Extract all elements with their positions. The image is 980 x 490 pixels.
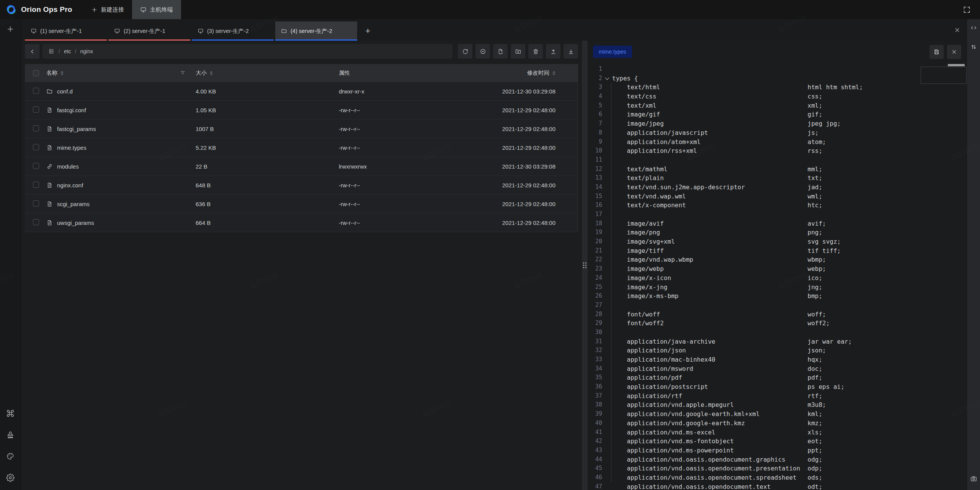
file-row[interactable]: uwsgi_params 664 B -rw-r--r-- 2021-12-29… <box>25 213 578 232</box>
code-line[interactable]: 23 image/webp webp; <box>588 264 967 274</box>
code-line[interactable]: 7 image/jpeg jpeg jpg; <box>588 119 967 128</box>
code-line[interactable]: 3 text/html html htm shtml; <box>588 83 967 92</box>
editor-file-tab[interactable]: mime.types <box>593 46 632 58</box>
code-line[interactable]: 44 application/vnd.oasis.opendocument.gr… <box>588 455 967 464</box>
code-line[interactable]: 25 image/x-jng jng; <box>588 283 967 292</box>
code-line[interactable]: 8 application/javascript js; <box>588 128 967 138</box>
column-header-mtime[interactable]: 修改时间 <box>527 69 549 77</box>
new-folder-button[interactable] <box>511 44 525 59</box>
code-line[interactable]: 47 application/vnd.oasis.opendocument.te… <box>588 482 967 490</box>
code-line[interactable]: 28 font/woff woff; <box>588 310 967 319</box>
code-line[interactable]: 16 text/x-component htc; <box>588 201 967 210</box>
path-breadcrumb[interactable]: /etc/nginx <box>42 44 452 59</box>
file-row[interactable]: mime.types 5.22 KB -rw-r--r-- 2021-12-29… <box>25 138 578 157</box>
file-row[interactable]: scgi_params 636 B -rw-r--r-- 2021-12-29 … <box>25 195 578 213</box>
code-line[interactable]: 46 application/vnd.oasis.opendocument.sp… <box>588 473 967 482</box>
code-line[interactable]: 43 application/vnd.ms-powerpoint ppt; <box>588 446 967 455</box>
code-line[interactable]: 30 <box>588 328 967 337</box>
upload-button[interactable] <box>546 44 560 59</box>
code-line[interactable]: 39 application/vnd.google-earth.kml+xml … <box>588 410 967 419</box>
row-checkbox[interactable] <box>33 200 39 206</box>
code-line[interactable]: 24 image/x-icon ico; <box>588 274 967 283</box>
code-line[interactable]: 2types { <box>588 74 967 83</box>
code-line[interactable]: 18 image/avif avif; <box>588 219 967 228</box>
code-line[interactable]: 27 <box>588 301 967 310</box>
code-line[interactable]: 26 image/x-ms-bmp bmp; <box>588 292 967 301</box>
file-row[interactable]: fastcgi.conf 1.05 KB -rw-r--r-- 2021-12-… <box>25 101 578 120</box>
code-line[interactable]: 35 application/pdf pdf; <box>588 373 967 382</box>
sort-mtime-toggle[interactable] <box>552 71 555 75</box>
close-button[interactable] <box>947 45 961 59</box>
code-line[interactable]: 41 application/vnd.ms-excel xls; <box>588 428 967 437</box>
code-line[interactable]: 19 image/png png; <box>588 228 967 237</box>
session-tab[interactable]: (4) server-生产-2 <box>275 21 357 41</box>
plus-icon[interactable] <box>6 25 15 33</box>
row-checkbox[interactable] <box>33 163 39 169</box>
code-editor[interactable]: 12types {3 text/html html htm shtml;4 te… <box>588 63 967 490</box>
code-line[interactable]: 4 text/css css; <box>588 92 967 101</box>
code-line[interactable]: 32 application/json json; <box>588 346 967 355</box>
swap-icon[interactable] <box>970 43 977 51</box>
code-line[interactable]: 45 application/vnd.oasis.opendocument.pr… <box>588 464 967 473</box>
code-line[interactable]: 29 font/woff2 woff2; <box>588 319 967 328</box>
code-line[interactable]: 11 <box>588 156 967 165</box>
brand[interactable]: Orion Ops Pro <box>0 4 72 15</box>
sort-size-toggle[interactable] <box>210 71 213 75</box>
menu-item[interactable]: 新建连接 <box>83 0 132 19</box>
preview-button[interactable] <box>475 44 490 59</box>
menu-item[interactable]: 主机终端 <box>132 0 181 19</box>
code-line[interactable]: 22 image/vnd.wap.wbmp wbmp; <box>588 255 967 264</box>
file-row[interactable]: conf.d 4.00 KB drwxr-xr-x 2021-12-30 03:… <box>25 82 578 101</box>
add-tab-button[interactable]: + <box>359 21 377 41</box>
save-button[interactable] <box>929 45 944 59</box>
palette-icon[interactable] <box>6 452 15 461</box>
code-line[interactable]: 5 text/xml xml; <box>588 101 967 110</box>
code-line[interactable]: 33 application/mac-binhex40 hqx; <box>588 355 967 364</box>
code-line[interactable]: 13 text/plain txt; <box>588 174 967 183</box>
row-checkbox[interactable] <box>33 107 39 113</box>
code-line[interactable]: 34 application/msword doc; <box>588 364 967 374</box>
row-checkbox[interactable] <box>33 144 39 150</box>
download-button[interactable] <box>564 44 578 59</box>
file-row[interactable]: modules 22 B lrwxrwxrwx 2021-12-30 03:29… <box>25 157 578 176</box>
row-checkbox[interactable] <box>33 219 39 225</box>
back-button[interactable] <box>25 44 39 59</box>
code-line[interactable]: 37 application/rtf rtf; <box>588 392 967 401</box>
column-header-size[interactable]: 大小 <box>196 69 207 77</box>
code-line[interactable]: 14 text/vnd.sun.j2me.app-descriptor jad; <box>588 183 967 192</box>
session-tab[interactable]: (1) server-生产-1 <box>25 21 107 41</box>
code-line[interactable]: 20 image/svg+xml svg svgz; <box>588 237 967 246</box>
file-row[interactable]: nginx.conf 648 B -rw-r--r-- 2021-12-29 0… <box>25 176 578 195</box>
fullscreen-icon[interactable] <box>963 6 971 14</box>
refresh-button[interactable] <box>458 44 472 59</box>
row-checkbox[interactable] <box>33 125 39 131</box>
row-checkbox[interactable] <box>33 182 39 188</box>
row-checkbox[interactable] <box>33 88 39 94</box>
filter-icon[interactable] <box>180 70 186 76</box>
code-line[interactable]: 9 application/atom+xml atom; <box>588 138 967 147</box>
breadcrumb-segment[interactable]: nginx <box>80 48 93 54</box>
code-line[interactable]: 12 text/mathml mml; <box>588 165 967 174</box>
code-line[interactable]: 36 application/postscript ps eps ai; <box>588 382 967 392</box>
select-all-checkbox[interactable] <box>33 70 39 76</box>
editor-scrollbar-thumb[interactable] <box>948 64 965 66</box>
code-line[interactable]: 40 application/vnd.google-earth.kmz kmz; <box>588 419 967 428</box>
delete-button[interactable] <box>528 44 543 59</box>
new-file-button[interactable] <box>493 44 508 59</box>
code-line[interactable]: 6 image/gif gif; <box>588 110 967 119</box>
breadcrumb-segment[interactable]: etc <box>64 48 71 54</box>
code-line[interactable]: 10 application/rss+xml rss; <box>588 146 967 156</box>
code-line[interactable]: 21 image/tiff tif tiff; <box>588 246 967 256</box>
stamp-icon[interactable] <box>6 431 15 439</box>
session-tab[interactable]: (2) server-生产-1 <box>108 21 190 41</box>
camera-icon[interactable] <box>970 475 977 482</box>
code-line[interactable]: 1 <box>588 65 967 74</box>
column-header-name[interactable]: 名称 <box>46 69 57 77</box>
close-icon[interactable] <box>954 26 961 34</box>
code-line[interactable]: 31 application/java-archive jar war ear; <box>588 337 967 346</box>
sort-name-toggle[interactable] <box>60 71 64 75</box>
fold-chevron-icon[interactable] <box>605 75 609 80</box>
panel-resize-handle[interactable] <box>582 41 588 490</box>
code-line[interactable]: 38 application/vnd.apple.mpegurl m3u8; <box>588 400 967 410</box>
code-line[interactable]: 15 text/vnd.wap.wml wml; <box>588 192 967 201</box>
